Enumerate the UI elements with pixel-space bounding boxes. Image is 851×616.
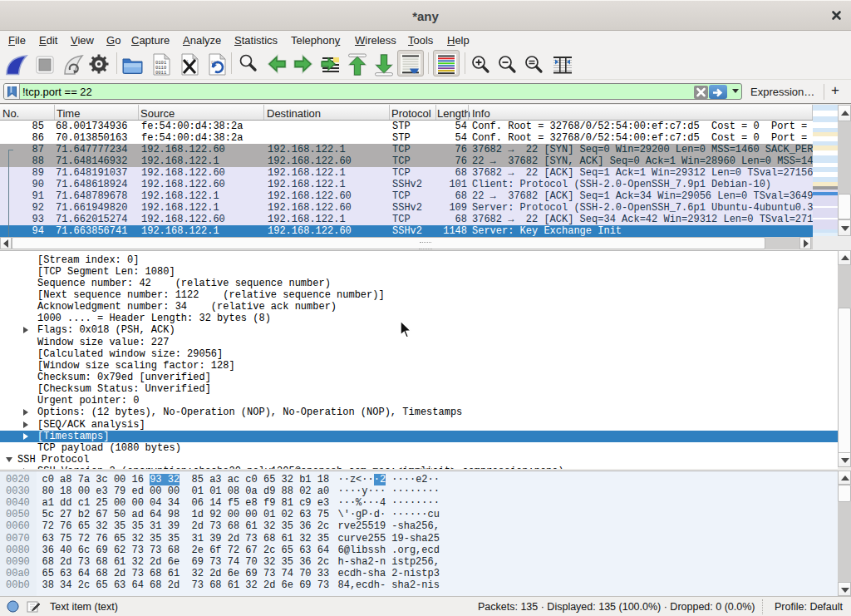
svg-text:0011: 0011	[155, 70, 167, 76]
